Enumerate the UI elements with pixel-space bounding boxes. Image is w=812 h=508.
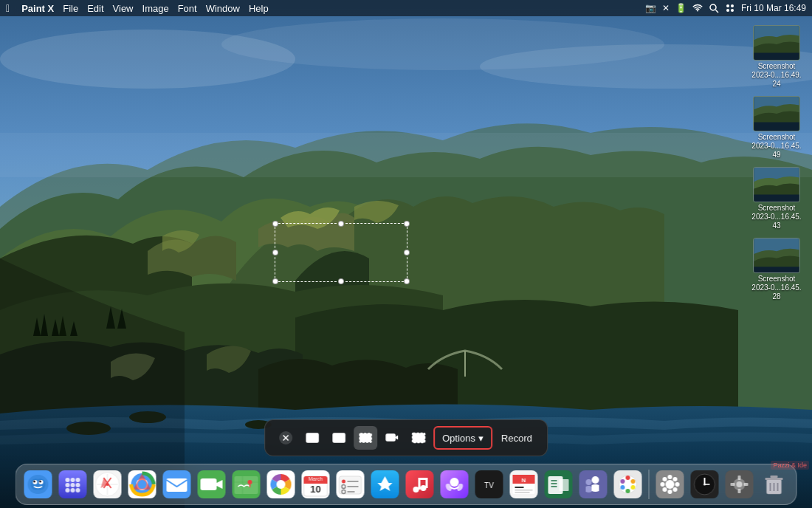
dock-teams[interactable] xyxy=(577,468,610,501)
svg-point-12 xyxy=(726,9,729,12)
dock-appletv[interactable]: TV xyxy=(473,468,506,501)
options-button[interactable]: Options ▾ xyxy=(433,426,492,450)
dock-facetime[interactable] xyxy=(196,468,228,501)
file-thumbnail-2 xyxy=(753,96,800,131)
svg-point-110 xyxy=(621,485,625,490)
dock-news[interactable]: N xyxy=(508,468,540,501)
svg-point-30 xyxy=(418,437,419,439)
svg-rect-100 xyxy=(560,479,569,491)
dock-clock[interactable] xyxy=(689,468,721,501)
dock-music[interactable] xyxy=(404,468,436,501)
file-thumbnail-1 xyxy=(753,25,800,61)
dock-photos[interactable] xyxy=(265,468,297,501)
svg-point-118 xyxy=(675,482,680,487)
dock-mail[interactable] xyxy=(161,468,193,501)
svg-point-115 xyxy=(668,475,672,479)
svg-point-65 xyxy=(277,480,286,489)
menubar:  Paint X File Edit View Image Font Wind… xyxy=(0,0,812,16)
dock-chrome[interactable] xyxy=(126,468,159,501)
desktop-file-4[interactable]: Screenshot2023-0...16.45.28 xyxy=(747,235,806,304)
region-capture-button[interactable] xyxy=(354,426,377,450)
screen-video-button[interactable] xyxy=(380,426,404,450)
options-chevron: ▾ xyxy=(478,433,484,444)
desktop-file-1[interactable]: Screenshot2023-0...16.49.24 xyxy=(747,22,806,92)
handle-bottom-left[interactable] xyxy=(272,278,278,284)
menu-window[interactable]: Window xyxy=(206,3,240,14)
desktop-file-2[interactable]: Screenshot2023-0...16.45.49 xyxy=(747,93,806,162)
svg-rect-138 xyxy=(771,476,778,478)
desktop-file-3[interactable]: Screenshot2023-0...16.45.43 xyxy=(747,164,806,233)
control-center-icon[interactable] xyxy=(725,3,735,13)
svg-point-88 xyxy=(450,478,459,487)
close-button[interactable] xyxy=(274,426,297,450)
desktop-files: Screenshot2023-0...16.49.24 Screenshot20… xyxy=(747,22,806,304)
handle-top-left[interactable] xyxy=(272,221,278,227)
svg-rect-21 xyxy=(306,433,318,442)
file-label-4: Screenshot2023-0...16.45.28 xyxy=(750,275,803,301)
svg-point-46 xyxy=(76,488,80,492)
wifi-icon xyxy=(692,4,703,13)
svg-rect-132 xyxy=(738,489,741,493)
dock-excel[interactable] xyxy=(543,468,575,501)
dock-systemprefs[interactable] xyxy=(654,468,687,501)
svg-rect-60 xyxy=(201,478,217,490)
dock-appstore[interactable] xyxy=(369,468,402,501)
dock-trash[interactable] xyxy=(758,468,791,501)
file-thumbnail-4 xyxy=(753,238,800,273)
dock-podcasts[interactable] xyxy=(438,468,471,501)
handle-middle-right[interactable] xyxy=(404,250,410,255)
apple-menu[interactable]:  xyxy=(6,2,10,14)
svg-text:TV: TV xyxy=(484,481,494,490)
svg-point-106 xyxy=(626,476,630,480)
menu-image[interactable]: Image xyxy=(142,3,169,14)
svg-rect-95 xyxy=(515,487,524,488)
menu-help[interactable]: Help xyxy=(249,3,269,14)
file-label-3: Screenshot2023-0...16.45.43 xyxy=(750,204,803,230)
dock-safari[interactable] xyxy=(92,468,124,501)
handle-bottom-center[interactable] xyxy=(338,278,344,284)
svg-point-82 xyxy=(413,487,419,492)
dock-calendar[interactable]: 10 March xyxy=(300,468,332,501)
record-button[interactable]: Record xyxy=(495,426,538,450)
app-name[interactable]: Paint X xyxy=(21,3,54,14)
svg-point-41 xyxy=(66,483,70,487)
camera-icon: 📷 xyxy=(645,3,656,13)
svg-point-114 xyxy=(666,480,675,489)
region-video-button[interactable] xyxy=(407,426,430,450)
menu-view[interactable]: View xyxy=(113,3,134,14)
handle-middle-left[interactable] xyxy=(272,250,278,255)
menu-font[interactable]: Font xyxy=(178,3,197,14)
clock: Fri 10 Mar 16:49 xyxy=(741,3,806,13)
dock-finder[interactable] xyxy=(22,468,55,501)
svg-point-13 xyxy=(731,9,734,12)
file-label-1: Screenshot2023-0...16.49.24 xyxy=(750,62,803,89)
svg-point-109 xyxy=(626,489,630,493)
svg-point-10 xyxy=(726,4,729,7)
svg-point-43 xyxy=(76,483,80,487)
dock-separator xyxy=(649,470,650,499)
dock-paintx[interactable] xyxy=(612,468,644,501)
file-label-2: Screenshot2023-0...16.45.49 xyxy=(750,133,803,159)
handle-top-center[interactable] xyxy=(338,221,344,227)
desktop:  Paint X File Edit View Image Font Wind… xyxy=(0,0,812,508)
svg-rect-137 xyxy=(765,478,783,480)
handle-top-right[interactable] xyxy=(404,221,410,227)
dock-prefs2[interactable] xyxy=(723,468,756,501)
svg-point-56 xyxy=(138,480,147,489)
window-capture-button[interactable] xyxy=(327,426,351,450)
record-label: Record xyxy=(501,433,532,444)
svg-point-83 xyxy=(421,485,427,491)
svg-text:10: 10 xyxy=(310,484,320,495)
fullscreen-capture-button[interactable] xyxy=(300,426,324,450)
dock-reminders[interactable] xyxy=(334,468,367,501)
svg-line-9 xyxy=(715,10,718,13)
dock-launchpad[interactable] xyxy=(57,468,89,501)
selection-region[interactable] xyxy=(275,223,407,282)
svg-point-103 xyxy=(586,479,592,485)
svg-rect-133 xyxy=(731,483,735,486)
handle-bottom-right[interactable] xyxy=(404,278,410,284)
spotlight-icon[interactable] xyxy=(709,3,719,13)
menu-file[interactable]: File xyxy=(63,3,78,14)
menu-edit[interactable]: Edit xyxy=(87,3,103,14)
dock-maps[interactable] xyxy=(230,468,263,501)
